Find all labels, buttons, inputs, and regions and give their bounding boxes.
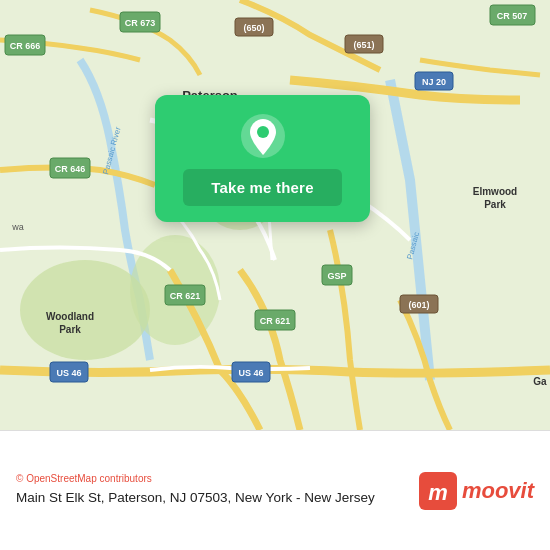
svg-text:wa: wa [11,222,24,232]
svg-point-1 [20,260,150,360]
svg-text:Park: Park [484,199,506,210]
svg-text:CR 507: CR 507 [497,11,528,21]
svg-text:Ga: Ga [533,376,547,387]
moovit-brand-text: moovit [462,478,534,504]
svg-text:CR 621: CR 621 [170,291,201,301]
svg-text:(651): (651) [353,40,374,50]
moovit-m-icon: m [419,472,457,510]
address-text: Main St Elk St, Paterson, NJ 07503, New … [16,488,407,508]
svg-text:CR 621: CR 621 [260,316,291,326]
svg-point-40 [257,126,269,138]
svg-text:m: m [428,480,448,505]
take-me-there-button[interactable]: Take me there [183,169,341,206]
svg-text:CR 666: CR 666 [10,41,41,51]
svg-text:Elmwood: Elmwood [473,186,517,197]
svg-text:Park: Park [59,324,81,335]
svg-text:(601): (601) [408,300,429,310]
svg-text:US 46: US 46 [238,368,263,378]
svg-text:(650): (650) [243,23,264,33]
svg-text:CR 673: CR 673 [125,18,156,28]
location-pin-icon [240,113,286,159]
map-container: CR 507 CR 666 CR 673 (650) (651) NJ 20 C… [0,0,550,430]
svg-text:Woodland: Woodland [46,311,94,322]
info-bar: © OpenStreetMap contributors Main St Elk… [0,430,550,550]
moovit-logo: m moovit [419,472,534,510]
svg-text:US 46: US 46 [56,368,81,378]
svg-text:CR 646: CR 646 [55,164,86,174]
svg-text:GSP: GSP [327,271,346,281]
address-block: © OpenStreetMap contributors Main St Elk… [16,473,407,508]
osm-credit: © OpenStreetMap contributors [16,473,407,484]
location-card: Take me there [155,95,370,222]
svg-text:NJ 20: NJ 20 [422,77,446,87]
